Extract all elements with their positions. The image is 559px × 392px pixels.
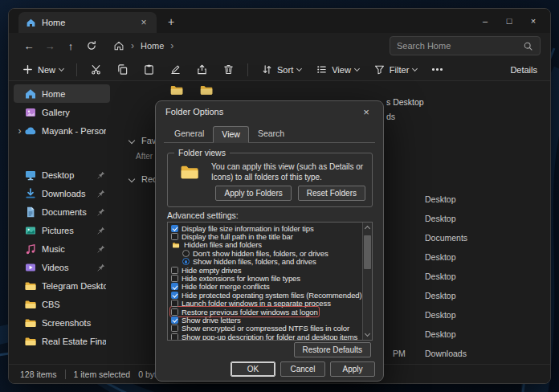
setting-display-file-size-information-in-folder-tips[interactable]: Display file size information in folder … <box>171 224 359 232</box>
share-button[interactable] <box>191 61 213 78</box>
filter-button[interactable]: Filter <box>369 61 422 78</box>
share-icon <box>196 63 208 76</box>
new-tab-button[interactable]: + <box>161 12 181 31</box>
sidebar-item-gallery[interactable]: Gallery <box>14 103 110 121</box>
dialog-close-icon[interactable]: × <box>359 106 373 118</box>
folder-views-description: You can apply this view (such as Details… <box>211 161 364 182</box>
maximize-button[interactable]: □ <box>497 9 521 33</box>
setting-show-pop-up-description-for-folder-and-desktop-items[interactable]: Show pop-up description for folder and d… <box>171 333 359 341</box>
chevron-right-icon: › <box>131 40 134 51</box>
folder-views-label: Folder views <box>174 148 230 157</box>
sidebar-item-downloads[interactable]: Downloads <box>14 184 110 202</box>
toolbar-divider <box>76 63 77 76</box>
apply-to-folders-button[interactable]: Apply to Folders <box>215 186 291 201</box>
paste-button[interactable] <box>138 61 160 78</box>
sidebar-item-telegram-desktop[interactable]: Telegram Desktop <box>14 276 110 295</box>
delete-button[interactable] <box>218 61 239 78</box>
sidebar-item-videos[interactable]: Videos <box>14 258 110 276</box>
scroll-down-icon[interactable] <box>365 331 370 337</box>
sidebar-item-mayank-persona[interactable]: ›Mayank - Persona <box>14 121 110 140</box>
minimize-button[interactable]: – <box>473 9 497 33</box>
checkbox-unchecked-icon[interactable] <box>171 308 178 316</box>
checkbox-unchecked-icon[interactable] <box>171 333 178 341</box>
breadcrumb-home-icon[interactable] <box>113 40 124 51</box>
details-pane-button[interactable]: Details <box>500 63 542 77</box>
search-input[interactable] <box>397 41 518 51</box>
setting-label: Hidden files and folders <box>184 240 262 249</box>
sidebar-item-music[interactable]: Music <box>14 239 110 258</box>
ok-button[interactable]: OK <box>231 361 275 377</box>
sidebar-item-screenshots[interactable]: Screenshots <box>14 313 110 332</box>
sort-button[interactable]: Sort <box>256 61 306 78</box>
dialog-tab-view[interactable]: View <box>213 126 249 143</box>
setting-display-the-full-path-in-the-title-bar[interactable]: Display the full path in the title bar <box>171 232 359 240</box>
setting-show-encrypted-or-compressed-ntfs-files-in-color[interactable]: Show encrypted or compressed NTFS files … <box>171 325 359 333</box>
setting-show-hidden-files-folders-and-drives[interactable]: Show hidden files, folders, and drives <box>171 258 359 266</box>
checkbox-checked-icon[interactable] <box>171 316 178 324</box>
folder-icon <box>199 83 214 97</box>
setting-restore-previous-folder-windows-at-logon[interactable]: Restore previous folder windows at logon <box>171 308 359 316</box>
cancel-button[interactable]: Cancel <box>280 361 325 377</box>
copy-button[interactable] <box>112 61 133 78</box>
checkbox-checked-icon[interactable] <box>171 292 178 299</box>
setting-don-t-show-hidden-files-folders-or-drives[interactable]: Don't show hidden files, folders, or dri… <box>171 249 359 257</box>
file-location: Desktop <box>425 214 456 223</box>
more-options-button[interactable] <box>426 66 448 73</box>
sidebar-item-desktop[interactable]: Desktop <box>14 165 110 184</box>
sort-button-label: Sort <box>277 65 293 75</box>
dialog-tab-general[interactable]: General <box>165 125 213 142</box>
checkbox-unchecked-icon[interactable] <box>171 267 178 274</box>
checkbox-unchecked-icon[interactable] <box>171 275 178 282</box>
checkbox-unchecked-icon[interactable] <box>171 300 178 307</box>
setting-label: Show encrypted or compressed NTFS files … <box>182 324 349 333</box>
radio-selected-icon[interactable] <box>182 258 190 265</box>
sidebar-item-cbs[interactable]: CBS <box>14 295 110 313</box>
tab-close-icon[interactable]: × <box>138 18 149 27</box>
folder-icon <box>169 83 184 97</box>
breadcrumb-home[interactable]: Home <box>141 41 164 51</box>
refresh-button[interactable] <box>81 35 102 56</box>
sidebar-item-home[interactable]: Home <box>14 84 110 103</box>
search-box[interactable] <box>390 36 541 55</box>
checkbox-checked-icon[interactable] <box>171 283 178 290</box>
sidebar-item-documents[interactable]: Documents <box>14 202 110 221</box>
reset-folders-button[interactable]: Reset Folders <box>298 186 365 201</box>
setting-hide-extensions-for-known-file-types[interactable]: Hide extensions for known file types <box>171 274 359 282</box>
home-icon <box>24 88 37 100</box>
setting-hide-protected-operating-system-files-recommended[interactable]: Hide protected operating system files (R… <box>171 291 359 299</box>
file-location: Desktop <box>425 252 456 262</box>
back-button[interactable]: ← <box>18 35 39 56</box>
setting-show-drive-letters[interactable]: Show drive letters <box>171 316 359 324</box>
forward-button[interactable]: → <box>39 35 60 56</box>
setting-hide-folder-merge-conflicts[interactable]: Hide folder merge conflicts <box>171 283 359 291</box>
folder-views-group: Folder views You can apply this view (su… <box>167 153 373 207</box>
rename-button[interactable] <box>165 61 186 78</box>
settings-scrollbar[interactable] <box>362 223 372 340</box>
expand-chevron-icon[interactable]: › <box>15 126 24 136</box>
setting-launch-folder-windows-in-a-separate-process[interactable]: Launch folder windows in a separate proc… <box>171 300 359 308</box>
scroll-up-icon[interactable] <box>365 226 370 231</box>
setting-label: Hide empty drives <box>182 266 241 275</box>
sidebar-item-pictures[interactable]: Pictures <box>14 221 110 239</box>
dialog-tab-search[interactable]: Search <box>249 125 293 142</box>
radio-unselected-icon[interactable] <box>182 250 190 257</box>
tab-home[interactable]: Home × <box>18 12 157 33</box>
cloud-icon <box>24 125 37 137</box>
view-button[interactable]: View <box>311 61 364 78</box>
setting-hide-empty-drives[interactable]: Hide empty drives <box>171 266 359 274</box>
copy-icon <box>116 63 129 76</box>
up-button[interactable]: ↑ <box>60 35 81 56</box>
checkbox-checked-icon[interactable] <box>171 225 178 232</box>
dialog-tabs: GeneralViewSearch <box>164 125 375 143</box>
apply-button[interactable]: Apply <box>330 361 375 377</box>
chevron-right-icon: › <box>170 40 173 51</box>
checkbox-unchecked-icon[interactable] <box>171 233 178 240</box>
cut-button[interactable] <box>85 61 107 78</box>
close-button[interactable]: × <box>521 9 545 33</box>
setting-hidden-files-and-folders[interactable]: Hidden files and folders <box>171 241 359 249</box>
scrollbar-thumb[interactable] <box>364 235 371 269</box>
restore-defaults-button[interactable]: Restore Defaults <box>294 342 371 357</box>
sidebar-item-real-estate-financ[interactable]: Real Estate Financ <box>14 332 110 350</box>
checkbox-unchecked-icon[interactable] <box>171 325 178 332</box>
new-button[interactable]: New <box>17 61 68 78</box>
